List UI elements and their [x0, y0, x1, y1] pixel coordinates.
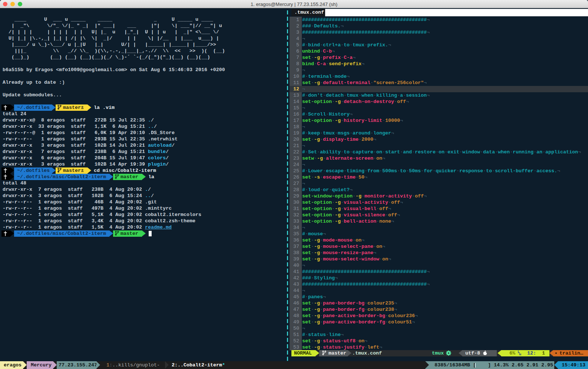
svg-text:N: N [519, 353, 521, 356]
